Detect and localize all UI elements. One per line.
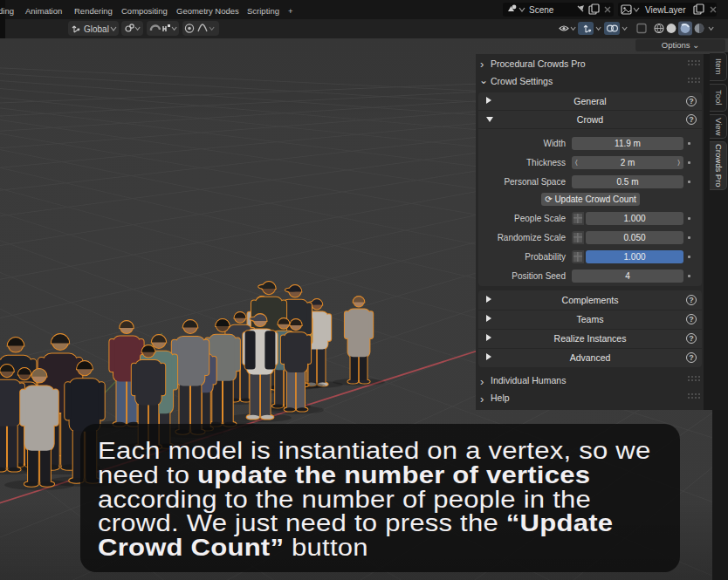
svg-text:Global: Global — [84, 24, 109, 34]
svg-text:Scene: Scene — [529, 5, 554, 15]
svg-text:ViewLayer: ViewLayer — [645, 5, 686, 15]
